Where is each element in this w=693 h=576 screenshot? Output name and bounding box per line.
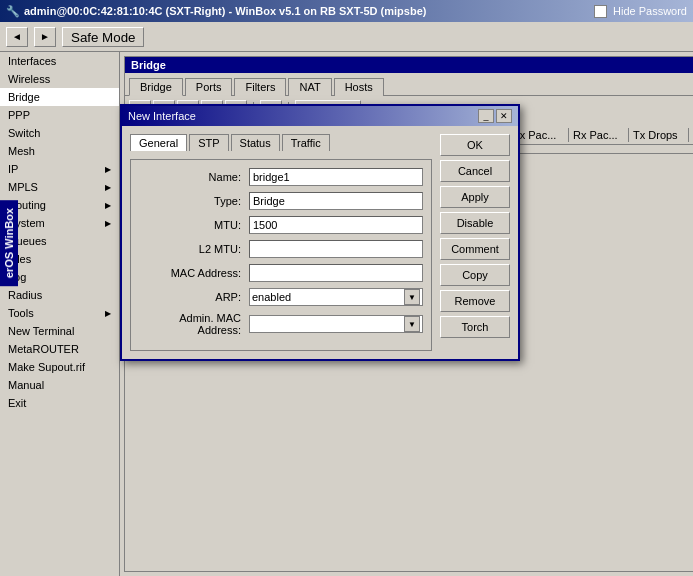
arp-value: enabled	[252, 291, 291, 303]
tab-bridge[interactable]: Bridge	[129, 78, 183, 96]
col-tx-drops: Tx Drops	[629, 128, 689, 142]
title-text: 🔧 admin@00:0C:42:81:10:4C (SXT-Right) - …	[6, 5, 426, 18]
title-bar: 🔧 admin@00:0C:42:81:10:4C (SXT-Right) - …	[0, 0, 693, 22]
sidebar-item-new-terminal[interactable]: New Terminal	[0, 322, 119, 340]
sidebar-item-make-supout[interactable]: Make Supout.rif	[0, 358, 119, 376]
routing-arrow: ▶	[105, 201, 111, 210]
form-row-mtu: MTU:	[139, 216, 423, 234]
new-interface-modal: New Interface _ ✕ General STP Status Tra…	[120, 104, 520, 361]
sidebar-item-mpls[interactable]: MPLS ▶	[0, 178, 119, 196]
mac-input[interactable]	[249, 264, 423, 282]
mpls-arrow: ▶	[105, 183, 111, 192]
tab-filters[interactable]: Filters	[234, 78, 286, 96]
mtu-input[interactable]	[249, 216, 423, 234]
copy-button[interactable]: Copy	[440, 264, 510, 286]
hide-password-label[interactable]: Hide Password	[594, 5, 687, 18]
form-row-name: Name:	[139, 168, 423, 186]
app-icon: 🔧	[6, 5, 20, 18]
sidebar-item-ppp[interactable]: PPP	[0, 106, 119, 124]
sidebar-item-radius[interactable]: Radius	[0, 286, 119, 304]
main-layout: erOS WinBox Interfaces Wireless Bridge P…	[0, 52, 693, 576]
type-input[interactable]	[249, 192, 423, 210]
l2mtu-label: L2 MTU:	[139, 243, 249, 255]
arp-select[interactable]: enabled ▼	[249, 288, 423, 306]
sidebar-item-wireless[interactable]: Wireless	[0, 70, 119, 88]
form-row-l2mtu: L2 MTU:	[139, 240, 423, 258]
sidebar-item-bridge[interactable]: Bridge	[0, 88, 119, 106]
form-row-type: Type:	[139, 192, 423, 210]
modal-form: Name: Type: MTU: L2 MTU:	[130, 159, 432, 351]
form-row-mac: MAC Address:	[139, 264, 423, 282]
sidebar-item-exit[interactable]: Exit	[0, 394, 119, 412]
modal-tab-stp[interactable]: STP	[189, 134, 228, 151]
arp-label: ARP:	[139, 291, 249, 303]
modal-content: General STP Status Traffic Name: Type:	[122, 126, 518, 359]
cancel-button[interactable]: Cancel	[440, 160, 510, 182]
sidebar-item-ip[interactable]: IP ▶	[0, 160, 119, 178]
minimize-button[interactable]: _	[478, 109, 494, 123]
remove-modal-button[interactable]: Remove	[440, 290, 510, 312]
name-label: Name:	[139, 171, 249, 183]
form-row-arp: ARP: enabled ▼	[139, 288, 423, 306]
tab-nat[interactable]: NAT	[288, 78, 331, 96]
sidebar: Interfaces Wireless Bridge PPP Switch Me…	[0, 52, 120, 576]
ok-button[interactable]: OK	[440, 134, 510, 156]
modal-title-text: New Interface	[128, 110, 196, 122]
sidebar-item-manual[interactable]: Manual	[0, 376, 119, 394]
sidebar-item-interfaces[interactable]: Interfaces	[0, 52, 119, 70]
mtu-label: MTU:	[139, 219, 249, 231]
modal-tab-traffic[interactable]: Traffic	[282, 134, 330, 151]
bridge-window-title: Bridge	[125, 57, 693, 73]
type-label: Type:	[139, 195, 249, 207]
modal-tab-status[interactable]: Status	[231, 134, 280, 151]
sidebar-item-mesh[interactable]: Mesh	[0, 142, 119, 160]
back-button[interactable]: ◄	[6, 27, 28, 47]
top-toolbar: ◄ ► Safe Mode	[0, 22, 693, 52]
disable-button[interactable]: Disable	[440, 212, 510, 234]
tools-arrow: ▶	[105, 309, 111, 318]
tab-ports[interactable]: Ports	[185, 78, 233, 96]
name-input[interactable]	[249, 168, 423, 186]
sidebar-item-switch[interactable]: Switch	[0, 124, 119, 142]
sidebar-item-metarouter[interactable]: MetaROUTER	[0, 340, 119, 358]
modal-tab-general[interactable]: General	[130, 134, 187, 151]
torch-button[interactable]: Torch	[440, 316, 510, 338]
sidebar-item-tools[interactable]: Tools ▶	[0, 304, 119, 322]
comment-button[interactable]: Comment	[440, 238, 510, 260]
mac-label: MAC Address:	[139, 267, 249, 279]
admin-mac-label: Admin. MAC Address:	[139, 312, 249, 336]
admin-mac-dropdown-arrow[interactable]: ▼	[404, 316, 420, 332]
modal-left-panel: General STP Status Traffic Name: Type:	[130, 134, 432, 351]
side-label: erOS WinBox	[0, 200, 18, 286]
l2mtu-input[interactable]	[249, 240, 423, 258]
title-controls: Hide Password	[594, 5, 687, 18]
tab-hosts[interactable]: Hosts	[334, 78, 384, 96]
arp-dropdown-arrow[interactable]: ▼	[404, 289, 420, 305]
admin-mac-select[interactable]: ▼	[249, 315, 423, 333]
hide-password-checkbox[interactable]	[594, 5, 607, 18]
modal-tab-bar: General STP Status Traffic	[130, 134, 432, 151]
modal-title-bar: New Interface _ ✕	[122, 106, 518, 126]
safe-mode-button[interactable]: Safe Mode	[62, 27, 144, 47]
modal-action-buttons: OK Cancel Apply Disable Comment Copy Rem…	[440, 134, 510, 351]
form-row-admin-mac: Admin. MAC Address: ▼	[139, 312, 423, 336]
ip-arrow: ▶	[105, 165, 111, 174]
forward-button[interactable]: ►	[34, 27, 56, 47]
system-arrow: ▶	[105, 219, 111, 228]
col-rx-pac: Rx Pac...	[569, 128, 629, 142]
modal-title-buttons: _ ✕	[478, 109, 512, 123]
apply-button[interactable]: Apply	[440, 186, 510, 208]
close-button[interactable]: ✕	[496, 109, 512, 123]
bridge-tab-bar: Bridge Ports Filters NAT Hosts	[125, 73, 693, 96]
